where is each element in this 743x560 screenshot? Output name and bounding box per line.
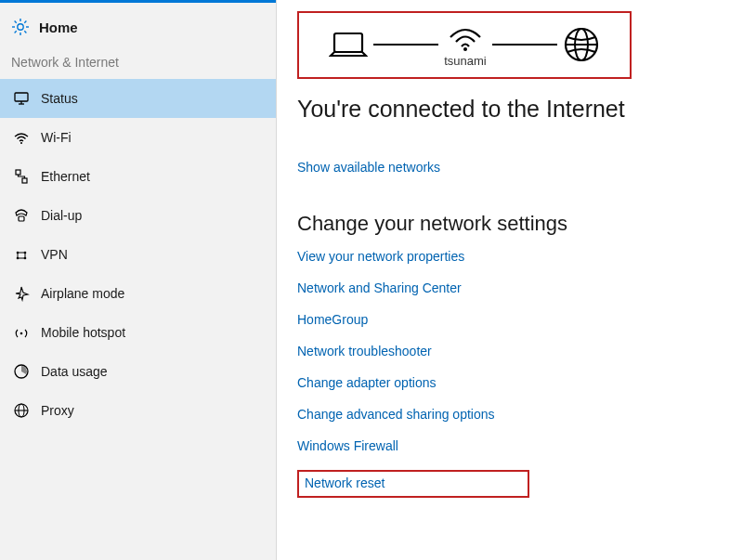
- change-advanced-sharing-link[interactable]: Change advanced sharing options: [297, 407, 715, 422]
- sidebar-item-dialup[interactable]: Dial-up: [0, 196, 276, 235]
- home-button[interactable]: Home: [0, 3, 276, 44]
- windows-firewall-link[interactable]: Windows Firewall: [297, 438, 715, 453]
- sidebar-item-status[interactable]: Status: [0, 79, 276, 118]
- nav-item-label: Mobile hotspot: [41, 325, 125, 340]
- network-diagram: tsunami: [314, 20, 615, 68]
- nav-item-label: Status: [41, 91, 78, 106]
- hotspot-icon: [13, 324, 30, 341]
- nav-item-label: Wi-Fi: [41, 130, 72, 145]
- nav-item-label: VPN: [41, 247, 68, 262]
- nav-item-label: Ethernet: [41, 169, 90, 184]
- connector-line: [492, 44, 557, 46]
- sidebar: Home Network & Internet StatusWi-FiEther…: [0, 0, 277, 560]
- airplane-icon: [13, 285, 30, 302]
- show-available-networks-link[interactable]: Show available networks: [297, 160, 440, 175]
- internet-node: [563, 26, 600, 63]
- network-reset-highlight: Network reset: [297, 470, 529, 498]
- monitor-icon: [13, 90, 30, 107]
- homegroup-link[interactable]: HomeGroup: [297, 312, 715, 327]
- network-reset-link[interactable]: Network reset: [305, 475, 385, 490]
- globe-small-icon: [13, 402, 30, 419]
- change-settings-title: Change your network settings: [297, 212, 715, 236]
- wifi-icon: [13, 129, 30, 146]
- nav-item-label: Airplane mode: [41, 286, 124, 301]
- network-diagram-highlight: tsunami: [297, 11, 632, 79]
- gear-icon: [11, 18, 30, 36]
- wifi-icon: [447, 20, 484, 52]
- connector-line: [373, 44, 438, 46]
- nav-item-label: Proxy: [41, 403, 74, 418]
- status-title: You're connected to the Internet: [297, 96, 715, 123]
- sidebar-item-ethernet[interactable]: Ethernet: [0, 157, 276, 196]
- network-sharing-center-link[interactable]: Network and Sharing Center: [297, 280, 715, 295]
- data-icon: [13, 363, 30, 380]
- network-troubleshooter-link[interactable]: Network troubleshooter: [297, 344, 715, 358]
- sidebar-item-vpn[interactable]: VPN: [0, 235, 276, 274]
- device-node: [329, 30, 368, 59]
- sidebar-item-proxy[interactable]: Proxy: [0, 391, 276, 430]
- nav-item-label: Data usage: [41, 364, 108, 379]
- settings-links-list: View your network propertiesNetwork and …: [297, 249, 715, 453]
- network-name-label: tsunami: [444, 54, 487, 68]
- nav-list: StatusWi-FiEthernetDial-upVPNAirplane mo…: [0, 79, 276, 430]
- vpn-icon: [13, 246, 30, 263]
- sidebar-item-data-usage[interactable]: Data usage: [0, 352, 276, 391]
- globe-icon: [563, 26, 600, 63]
- home-label: Home: [39, 20, 78, 35]
- dialup-icon: [13, 207, 30, 224]
- laptop-icon: [329, 30, 368, 59]
- view-network-properties-link[interactable]: View your network properties: [297, 249, 715, 264]
- sidebar-item-wifi[interactable]: Wi-Fi: [0, 118, 276, 157]
- sidebar-item-mobile-hotspot[interactable]: Mobile hotspot: [0, 313, 276, 352]
- ethernet-icon: [13, 168, 30, 185]
- network-node: tsunami: [444, 20, 487, 68]
- main-content: tsunami You're connected to the Internet…: [277, 0, 743, 560]
- nav-item-label: Dial-up: [41, 208, 82, 223]
- section-label: Network & Internet: [0, 44, 276, 79]
- change-adapter-options-link[interactable]: Change adapter options: [297, 375, 715, 390]
- sidebar-item-airplane[interactable]: Airplane mode: [0, 274, 276, 313]
